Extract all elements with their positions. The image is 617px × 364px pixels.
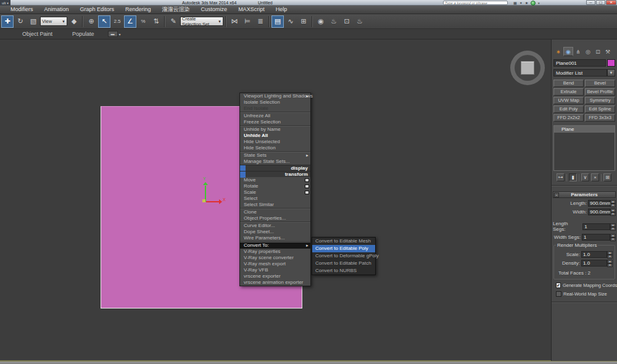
search-options-icon[interactable]: ▦ <box>513 1 517 5</box>
configure-modifier-sets-button[interactable]: ⊞ <box>603 173 611 181</box>
quick-access-toolbar[interactable]: ult ▾ <box>0 0 10 6</box>
create-tab[interactable]: ∗ <box>553 47 563 56</box>
menu-item-maxscript[interactable]: MAXScript <box>233 6 270 14</box>
make-unique-button[interactable]: ∨ <box>581 173 589 181</box>
spinner-down-icon[interactable]: ▼ <box>607 263 613 267</box>
select-object-button[interactable]: ↖ <box>98 15 110 28</box>
menu-item-help[interactable]: Help <box>270 6 293 14</box>
modifier-button-ffd-2x2x2[interactable]: FFD 2x2x2 <box>553 114 584 122</box>
modifier-button-symmetry[interactable]: Symmetry <box>585 97 615 104</box>
render-setup-button[interactable]: ♨ <box>328 15 340 28</box>
menu-item-convert-to[interactable]: Convert To:► <box>240 242 310 249</box>
minimize-button[interactable]: ─ <box>586 0 595 5</box>
spinner-down-icon[interactable]: ▼ <box>610 238 616 241</box>
menu-item-v-ray-properties[interactable]: V-Ray properties <box>240 249 310 255</box>
quad-header-transform[interactable]: transform <box>240 171 310 177</box>
menu-item-manage-state-sets[interactable]: Manage State Sets... <box>240 159 310 165</box>
spinner-control[interactable]: ▲▼ <box>610 200 616 207</box>
menu-item-modifiers[interactable]: Modifiers <box>5 6 39 14</box>
modifier-button-bevel[interactable]: Bevel <box>585 80 615 87</box>
use-pivot-point-center-button[interactable]: ◆ <box>68 15 80 28</box>
modifier-button-bevel-profile[interactable]: Bevel Profile <box>585 88 615 96</box>
layer-manager-button[interactable]: ≣ <box>254 15 267 28</box>
graphite-modeling-tools-button[interactable]: ▤ <box>271 15 284 28</box>
menu-item-object-properties[interactable]: Object Properties... <box>240 215 310 221</box>
menu-item-clone[interactable]: Clone <box>240 209 310 215</box>
modifier-button-edit-spline[interactable]: Edit Spline <box>585 105 615 113</box>
communication-center-icon[interactable] <box>531 1 536 6</box>
modify-tab[interactable]: ◉ <box>563 47 573 56</box>
show-end-result-button[interactable]: ▮ <box>569 173 577 181</box>
percent-snap-toggle-button[interactable]: % <box>137 15 149 28</box>
material-editor-button[interactable]: ◉ <box>315 15 327 28</box>
scale-field[interactable]: 1.0 <box>581 251 607 258</box>
menu-item-wire-parameters[interactable]: Wire Parameters... <box>240 235 310 241</box>
spinner-control[interactable]: ▲▼ <box>607 251 613 258</box>
chevron-down-icon[interactable]: ▼ <box>607 69 615 77</box>
menu-item-unhide-by-name[interactable]: Unhide by Name <box>240 126 310 133</box>
gizmo-center[interactable] <box>202 199 205 202</box>
schematic-view-button[interactable]: ⊞ <box>297 15 310 28</box>
pin-stack-button[interactable]: ⊶ <box>557 173 565 181</box>
menu-item-rendering[interactable]: Rendering <box>120 6 157 14</box>
curve-editor-button[interactable]: ∿ <box>284 15 297 28</box>
length-segs-field[interactable]: 1 <box>582 223 610 230</box>
spinner-snap-toggle-button[interactable]: ⇅ <box>150 15 162 28</box>
menu-item-v-ray-scene-converter[interactable]: V-Ray scene converter <box>240 255 310 261</box>
menu-item-v-ray-vfb[interactable]: V-Ray VFB <box>240 267 310 273</box>
settings-box-icon[interactable] <box>305 178 309 182</box>
ribbon-tab-populate[interactable]: Populate <box>62 31 104 37</box>
width-field[interactable]: 900.0mm <box>588 209 610 215</box>
spinner-down-icon[interactable]: ▼ <box>610 212 616 216</box>
viewcube[interactable] <box>510 51 545 85</box>
display-tab[interactable]: ⊡ <box>593 47 603 56</box>
subscription-center-icon[interactable]: ✦ <box>520 1 523 5</box>
select-and-manipulate-button[interactable]: ⊕ <box>85 15 97 28</box>
submenu-item-convert-to-editable-poly[interactable]: Convert to Editable Poly <box>312 245 375 252</box>
modifier-button-extrude[interactable]: Extrude <box>553 88 584 96</box>
menu-item-vrscene-exporter[interactable]: vrscene exporter <box>240 273 310 279</box>
submenu-item-convert-to-editable-patch[interactable]: Convert to Editable Patch <box>312 260 375 267</box>
parameters-rollout-header[interactable]: - Parameters <box>553 191 616 198</box>
close-button[interactable]: ✕ <box>606 0 616 5</box>
density-field[interactable]: 1.0 <box>581 260 607 267</box>
render-production-button[interactable]: ♨ <box>354 15 366 28</box>
ribbon-minimize-button[interactable]: ▬ <box>108 31 118 37</box>
settings-box-icon[interactable] <box>305 191 309 194</box>
snaps-toggle-button[interactable]: 2.5 <box>111 15 123 28</box>
menu-item-animation[interactable]: Animation <box>39 6 75 14</box>
modifier-button-bend[interactable]: Bend <box>553 80 584 87</box>
quad-header-display[interactable]: display <box>240 165 310 171</box>
mirror-button[interactable]: ⋈ <box>228 15 241 28</box>
menu-item-hide-selection[interactable]: Hide Selection <box>240 145 310 151</box>
reference-coordinate-system-dropdown[interactable]: View▼ <box>40 17 67 26</box>
width-segs-field[interactable]: 1 <box>582 234 610 241</box>
settings-box-icon[interactable] <box>305 184 309 188</box>
menu-item-state-sets[interactable]: State Sets► <box>240 152 310 159</box>
spinner-down-icon[interactable]: ▼ <box>610 204 616 207</box>
motion-tab[interactable]: ◎ <box>583 47 593 56</box>
submenu-item-convert-to-nurbs[interactable]: Convert to NURBS <box>312 267 375 275</box>
menu-item-rotate[interactable]: Rotate <box>240 183 310 189</box>
spinner-control[interactable]: ▲▼ <box>610 223 616 230</box>
menu-item-scale[interactable]: Scale <box>240 189 310 196</box>
modifier-stack[interactable]: Plane <box>553 125 615 171</box>
menu-item-select[interactable]: Select <box>240 196 310 202</box>
menu-item-curve-editor[interactable]: Curve Editor... <box>240 223 310 229</box>
rendered-frame-window-button[interactable]: ⊡ <box>341 15 353 28</box>
angle-snap-toggle-button[interactable]: ∠ <box>124 15 136 28</box>
align-button[interactable]: ⊨ <box>241 15 254 28</box>
menu-item-select-similar[interactable]: Select Similar <box>240 202 310 208</box>
select-and-rotate-button[interactable]: ↻ <box>14 15 27 28</box>
named-selection-sets-dropdown[interactable]: Create Selection Set▼ <box>180 17 223 26</box>
object-name-field[interactable]: Plane001 <box>553 59 606 67</box>
menu-item-unhide-all[interactable]: Unhide All <box>240 133 310 139</box>
select-and-uniform-scale-button[interactable]: ▧ <box>27 15 39 28</box>
menu-item-vrscene-animation-exporter[interactable]: vrscene animation exporter <box>240 279 310 286</box>
modifier-button-edit-poly[interactable]: Edit Poly <box>553 105 584 113</box>
select-and-move-button[interactable]: ✚ <box>1 15 14 28</box>
object-color-swatch[interactable] <box>607 59 615 67</box>
spinner-control[interactable]: ▲▼ <box>610 234 616 241</box>
modifier-list-dropdown[interactable]: Modifier List <box>553 69 607 77</box>
ribbon-tab-object-paint[interactable]: Object Paint <box>12 31 62 37</box>
